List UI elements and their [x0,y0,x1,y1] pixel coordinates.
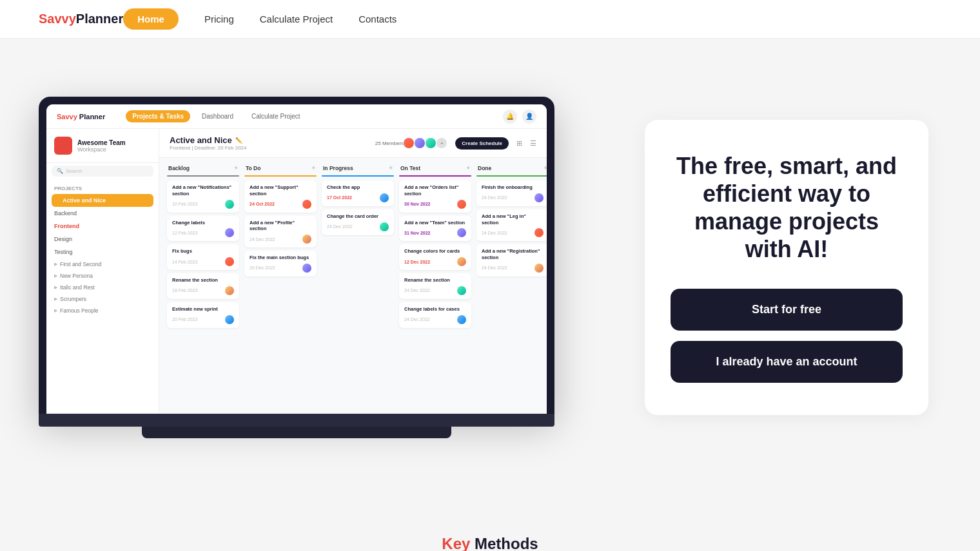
avatar [302,264,311,273]
card-todo-1: Add a new "Support" section 24 Oct 2022 [244,180,317,213]
sidebar-active-project[interactable]: Active and Nice [52,194,153,207]
board-header: Active and Nice ✏️ Frontend | Deadline: … [159,129,547,158]
team-info: Awesome Team Workspace [77,139,126,153]
logo-planner: Planner [76,12,123,26]
col-ontest-add[interactable]: + [466,164,470,171]
member-avatar-3 [425,137,436,149]
key-methods-title: Key Methods [39,535,941,551]
col-backlog-title: Backlog [168,165,190,171]
members-count: 25 Members [375,140,404,146]
app-navbar: Savvy Planner Projects & Tasks Dashboard… [46,104,547,129]
user-avatar-icon[interactable]: 👤 [522,110,536,124]
board-title-group: Active and Nice ✏️ Frontend | Deadline: … [170,135,247,151]
member-avatar-2 [414,137,426,149]
avatar [457,200,466,209]
sidebar-item-testing[interactable]: Testing [46,246,159,258]
cta-card: The free, smart, and efficient way to ma… [645,120,928,416]
laptop-base [39,414,554,427]
notification-icon[interactable]: 🔔 [503,110,517,124]
search-icon: 🔍 [57,168,63,174]
avatar [302,235,311,244]
col-ontest-header: On Test + [399,164,471,171]
card-backlog-3: Fix bugs 14 Feb 2023 [167,244,239,270]
start-free-button[interactable]: Start for free [671,289,903,331]
app-tab-projects[interactable]: Projects & Tasks [126,110,190,122]
key-label: Key [442,535,470,551]
edit-icon[interactable]: ✏️ [235,137,242,144]
col-todo-add[interactable]: + [311,164,315,171]
avatar [225,315,234,324]
app-sidebar: Awesome Team Workspace 🔍 Search Projects… [46,129,159,412]
nav-calculate-link[interactable]: Calculate Project [260,14,333,24]
col-backlog-add[interactable]: + [234,164,238,171]
nav-logo: Savvy Planner [39,12,123,26]
avatar [302,200,311,209]
member-avatar-more: + [436,137,447,149]
col-todo-header: To Do + [244,164,317,171]
col-done-header: Done + [476,164,547,171]
card-inprogress-2: Change the card order 24 Dec 2022 [322,209,394,235]
sidebar-group-first[interactable]: ▶ First and Second [46,258,159,270]
logo-savvy: Savvy [39,12,76,26]
avatar [457,257,466,266]
avatar [457,228,466,237]
app-content: Awesome Team Workspace 🔍 Search Projects… [46,129,547,412]
col-backlog-line [167,175,239,177]
col-backlog-header: Backlog + [167,164,239,171]
col-todo-title: To Do [246,165,260,171]
card-done-3: Add a new "Registration" section 24 Dec … [476,244,547,276]
col-todo-line [244,175,317,177]
sidebar-item-frontend[interactable]: Frontend [46,220,159,233]
card-backlog-1: Add a new "Notifications" section 10 Feb… [167,180,239,213]
col-inprogress-title: In Progress [323,165,353,171]
col-done: Done + Finish the onboarding 24 Dec 2022 [474,164,547,400]
sidebar-group-persona[interactable]: ▶ New Persona [46,270,159,282]
card-backlog-2: Change labels 12 Feb 2023 [167,216,239,242]
sidebar-item-design[interactable]: Design [46,233,159,246]
col-todo: To Do + Add a new "Support" section 24 O… [242,164,319,400]
active-dot [57,199,60,202]
nav-contacts-link[interactable]: Contacts [358,14,397,24]
avatar [534,193,544,202]
nav-home-link[interactable]: Home [123,8,179,30]
col-backlog: Backlog + Add a new "Notifications" sect… [164,164,242,400]
board-title: Active and Nice [170,135,232,145]
app-logo-savvy: Savvy [57,113,77,121]
list-icon[interactable]: ☰ [530,139,536,148]
app-tab-dashboard[interactable]: Dashboard [195,110,240,122]
methods-label: Methods [470,535,538,551]
card-todo-3: Fix the main section bugs 20 Dec 2022 [244,251,317,276]
avatar [534,228,544,237]
laptop-stand [142,427,451,438]
card-done-2: Add a new "Leg in" section 24 Dec 2022 [476,209,547,242]
login-button[interactable]: I already have an account [671,341,903,383]
col-ontest-line [399,175,471,177]
kanban-board: Active and Nice ✏️ Frontend | Deadline: … [159,129,547,412]
sidebar-search[interactable]: 🔍 Search [52,166,153,177]
grid-icon[interactable]: ⊞ [516,139,522,148]
app-tab-calculate[interactable]: Calculate Project [245,110,307,122]
team-sub: Workspace [77,146,126,153]
card-backlog-5: Estimate new sprint 20 Feb 2023 [167,302,239,328]
sidebar-section-label: Projects [46,180,159,194]
member-avatar-1 [403,137,415,149]
hero-title: The free, smart, and efficient way to ma… [671,152,903,264]
col-done-add[interactable]: + [544,164,547,171]
sidebar-group-italic[interactable]: ▶ Italic and Rest [46,282,159,293]
create-schedule-button[interactable]: Create Schedule [455,137,509,150]
col-inprogress-add[interactable]: + [389,164,393,171]
card-ontest-5: Change labels for cases 24 Dec 2022 [399,302,471,328]
nav-pricing-link[interactable]: Pricing [204,14,234,24]
sidebar-group-famous[interactable]: ▶ Famous People [46,305,159,316]
col-inprogress-line [322,175,394,177]
sidebar-group-scrum[interactable]: ▶ Scrumpers [46,293,159,305]
avatar [457,286,466,295]
col-ontest-title: On Test [400,165,420,171]
team-icon [54,137,72,155]
avatar [380,193,389,202]
sidebar-item-backend[interactable]: Backend [46,207,159,220]
hero-section: Savvy Planner Projects & Tasks Dashboard… [0,39,980,509]
board-subtitle: Frontend | Deadline: 20 Feb 2024 [170,145,247,151]
board-members: 25 Members + [375,137,447,149]
active-project-label: Active and Nice [63,197,106,204]
